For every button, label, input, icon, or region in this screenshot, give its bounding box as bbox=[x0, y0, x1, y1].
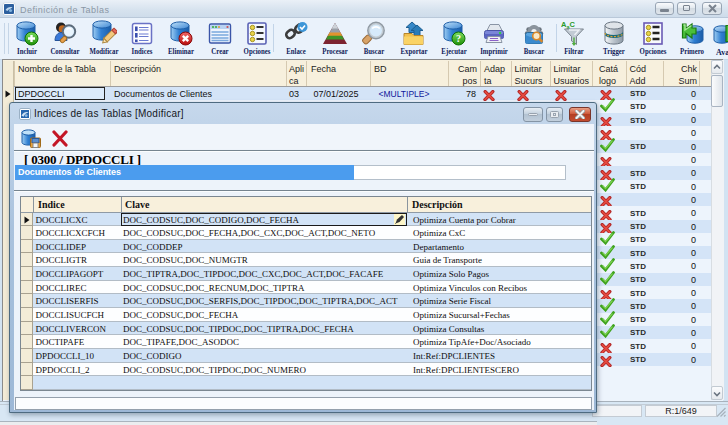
svg-text:AaC: AaC bbox=[561, 20, 575, 30]
svg-text:?: ? bbox=[456, 33, 461, 44]
